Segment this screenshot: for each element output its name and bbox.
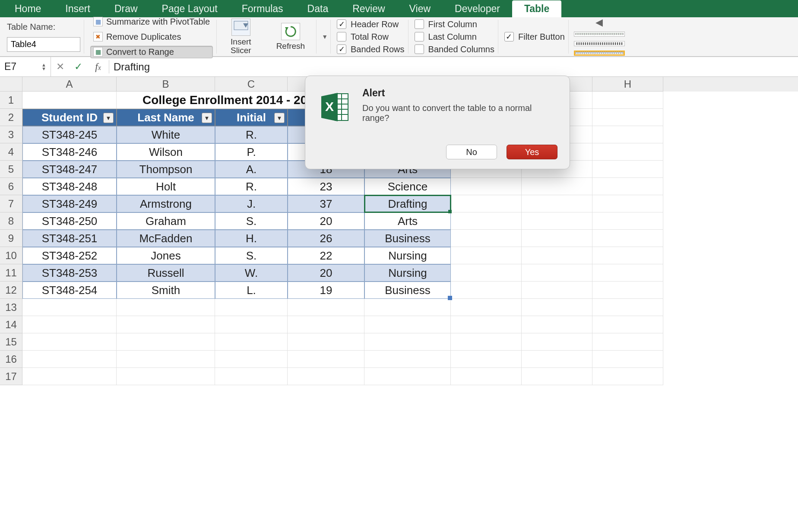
cell[interactable]: Thompson xyxy=(117,161,215,178)
cell[interactable]: Business xyxy=(364,230,451,247)
gallery-scroll-left-icon[interactable]: ◀ xyxy=(595,18,604,27)
refresh-dropdown-icon[interactable]: ▼ xyxy=(322,33,328,40)
cell[interactable] xyxy=(288,316,364,333)
table-style-green[interactable] xyxy=(574,32,625,37)
banded-rows-checkbox[interactable]: ✓Banded Rows xyxy=(337,44,405,54)
cell[interactable]: Holt xyxy=(117,178,215,195)
tab-data[interactable]: Data xyxy=(295,0,341,17)
cell[interactable]: S. xyxy=(215,212,288,230)
cell[interactable] xyxy=(22,368,117,385)
row-header[interactable]: 3 xyxy=(0,126,22,143)
cell[interactable]: A. xyxy=(215,161,288,178)
filter-button-checkbox[interactable]: ✓Filter Button xyxy=(504,32,565,42)
cell[interactable] xyxy=(522,178,592,195)
cell[interactable] xyxy=(451,247,522,264)
cell[interactable] xyxy=(364,333,451,351)
cell[interactable] xyxy=(522,351,592,368)
cell[interactable]: ST348-247 xyxy=(22,161,117,178)
table-style-dark[interactable] xyxy=(574,41,625,46)
tab-home[interactable]: Home xyxy=(3,0,53,17)
cell[interactable] xyxy=(592,212,663,230)
row-header[interactable]: 15 xyxy=(0,333,22,351)
cell[interactable]: McFadden xyxy=(117,230,215,247)
cell[interactable] xyxy=(592,333,663,351)
cell[interactable] xyxy=(288,333,364,351)
cell[interactable] xyxy=(592,316,663,333)
cell[interactable] xyxy=(592,109,663,126)
cell[interactable]: L. xyxy=(215,282,288,299)
table-header-initial[interactable]: Initial▼ xyxy=(215,109,288,126)
fx-icon[interactable]: fx xyxy=(87,61,109,73)
cell[interactable] xyxy=(592,143,663,161)
cell[interactable] xyxy=(364,299,451,316)
cell[interactable]: ST348-246 xyxy=(22,143,117,161)
refresh-button[interactable]: Refresh xyxy=(269,23,313,51)
cell[interactable]: ST348-251 xyxy=(22,230,117,247)
cell[interactable] xyxy=(215,351,288,368)
cell[interactable]: ST348-248 xyxy=(22,178,117,195)
cell[interactable]: H. xyxy=(215,230,288,247)
cell[interactable]: J. xyxy=(215,195,288,212)
cell[interactable] xyxy=(522,282,592,299)
cell[interactable]: ST348-254 xyxy=(22,282,117,299)
cell[interactable] xyxy=(117,333,215,351)
row-header[interactable]: 10 xyxy=(0,247,22,264)
cell[interactable] xyxy=(592,368,663,385)
cell[interactable] xyxy=(522,264,592,282)
banded-columns-checkbox[interactable]: Banded Columns xyxy=(415,44,494,54)
cell[interactable]: 20 xyxy=(288,264,364,282)
total-row-checkbox[interactable]: Total Row xyxy=(337,32,405,42)
cell[interactable]: W. xyxy=(215,264,288,282)
cell[interactable] xyxy=(522,368,592,385)
dialog-no-button[interactable]: No xyxy=(446,145,497,159)
cell[interactable] xyxy=(592,351,663,368)
cell[interactable]: Arts xyxy=(364,212,451,230)
remove-duplicates-button[interactable]: ✖ Remove Duplicates xyxy=(90,31,213,43)
cell[interactable] xyxy=(592,230,663,247)
cell[interactable] xyxy=(22,351,117,368)
cell[interactable] xyxy=(451,368,522,385)
cell[interactable] xyxy=(22,333,117,351)
tab-view[interactable]: View xyxy=(397,0,443,17)
active-cell[interactable]: Drafting xyxy=(364,195,451,212)
row-header[interactable]: 9 xyxy=(0,230,22,247)
cell[interactable]: 22 xyxy=(288,247,364,264)
dialog-yes-button[interactable]: Yes xyxy=(507,145,557,159)
cell[interactable] xyxy=(364,351,451,368)
cell[interactable]: Business xyxy=(364,282,451,299)
cell[interactable] xyxy=(451,282,522,299)
cell[interactable]: R. xyxy=(215,126,288,143)
name-box[interactable]: E7 ▲▼ xyxy=(0,57,51,76)
tab-insert[interactable]: Insert xyxy=(53,0,102,17)
cell[interactable] xyxy=(522,299,592,316)
col-header[interactable]: H xyxy=(592,77,663,92)
cell[interactable]: Russell xyxy=(117,264,215,282)
cell[interactable] xyxy=(117,368,215,385)
cell[interactable]: 37 xyxy=(288,195,364,212)
cell[interactable]: Armstrong xyxy=(117,195,215,212)
row-header[interactable]: 2 xyxy=(0,109,22,126)
tab-review[interactable]: Review xyxy=(340,0,397,17)
row-header[interactable]: 7 xyxy=(0,195,22,212)
row-header[interactable]: 6 xyxy=(0,178,22,195)
cell[interactable]: 26 xyxy=(288,230,364,247)
cell[interactable] xyxy=(592,178,663,195)
last-column-checkbox[interactable]: Last Column xyxy=(415,32,494,42)
tab-formulas[interactable]: Formulas xyxy=(230,0,295,17)
cell[interactable] xyxy=(117,316,215,333)
cell[interactable]: R. xyxy=(215,178,288,195)
col-header[interactable]: C xyxy=(215,77,288,92)
cell[interactable] xyxy=(22,316,117,333)
header-row-checkbox[interactable]: ✓Header Row xyxy=(337,19,405,29)
cell[interactable]: ST348-245 xyxy=(22,126,117,143)
cell[interactable] xyxy=(592,161,663,178)
row-header[interactable]: 16 xyxy=(0,351,22,368)
cell[interactable] xyxy=(215,333,288,351)
summarize-pivottable-button[interactable]: ▦ Summarize with PivotTable xyxy=(90,16,213,28)
row-header[interactable]: 17 xyxy=(0,368,22,385)
name-box-stepper-icon[interactable]: ▲▼ xyxy=(41,63,46,71)
cell[interactable] xyxy=(22,92,117,109)
tab-developer[interactable]: Developer xyxy=(443,0,512,17)
cell[interactable] xyxy=(451,212,522,230)
cell[interactable]: 19 xyxy=(288,282,364,299)
